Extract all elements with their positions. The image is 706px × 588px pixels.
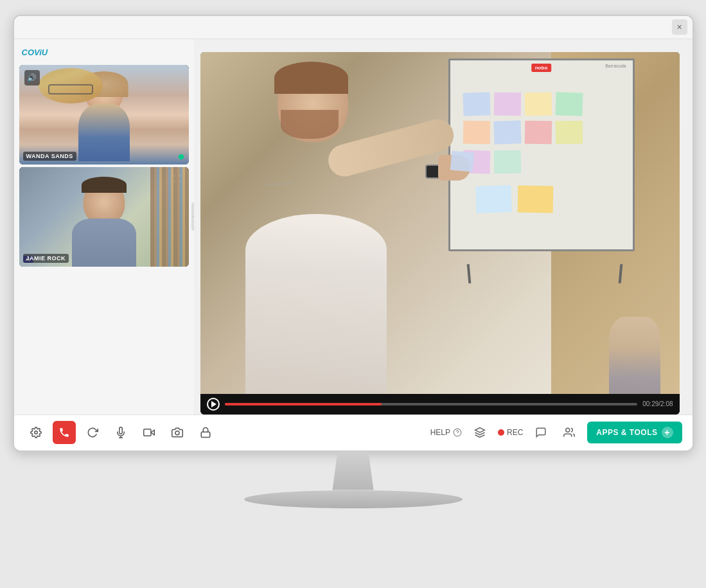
- participant-thumb-jamie[interactable]: AI JAMIE ROCK ⛶: [19, 167, 189, 267]
- chat-icon: [535, 427, 547, 438]
- monitor-stand-neck: [328, 452, 379, 490]
- play-button[interactable]: [207, 398, 220, 411]
- sidebar: COViU: [14, 39, 194, 414]
- sticky-blue-2: [493, 120, 521, 144]
- sync-icon: [87, 427, 98, 438]
- sticky-blue-3: [475, 185, 511, 213]
- whiteboard: nobo Barracuda: [448, 58, 641, 271]
- layers-icon: [474, 427, 486, 438]
- svg-marker-3: [151, 430, 154, 435]
- apps-tools-label: APPS & TOOLS: [596, 428, 657, 437]
- jamie-name-label: JAMIE ROCK: [23, 254, 69, 263]
- sticky-green-2: [493, 150, 521, 174]
- snapshot-icon: [172, 427, 183, 438]
- hangup-button[interactable]: [53, 421, 76, 444]
- audio-icon: 🔊: [24, 70, 40, 85]
- apps-tools-plus-icon: +: [662, 427, 673, 438]
- mic-icon: [115, 427, 127, 438]
- camera-icon: [143, 427, 155, 438]
- monitor-stand-base: [244, 490, 463, 508]
- snapshot-button[interactable]: [166, 421, 189, 444]
- person-figure: coviu.com: [226, 52, 470, 394]
- nobo-brand: nobo: [531, 64, 552, 72]
- progress-bar[interactable]: [225, 403, 638, 405]
- play-icon: [211, 401, 216, 407]
- progress-fill: [225, 403, 382, 405]
- apps-tools-button[interactable]: APPS & TOOLS +: [587, 422, 682, 443]
- wanda-video-feed: [19, 65, 189, 165]
- sticky-pink-1: [493, 92, 521, 116]
- background-person: [609, 317, 660, 394]
- sticky-yellow-3: [517, 185, 553, 213]
- help-button[interactable]: HELP: [430, 428, 462, 437]
- barracuda-label: Barracuda: [605, 64, 626, 68]
- toolbar-right: HELP REC: [430, 422, 682, 443]
- settings-icon: [30, 427, 42, 438]
- participant-thumb-wanda[interactable]: 🔊 WANDA SANDS: [19, 65, 189, 165]
- sticky-red-1: [524, 120, 552, 144]
- settings-button[interactable]: [24, 421, 48, 444]
- close-button[interactable]: ×: [672, 19, 687, 35]
- people-button[interactable]: [559, 422, 579, 443]
- lock-button[interactable]: [194, 421, 217, 444]
- chat-button[interactable]: [531, 422, 551, 443]
- record-button[interactable]: REC: [498, 428, 523, 437]
- video-scene: nobo Barracuda: [200, 52, 680, 394]
- video-controls: 00:29/2:08: [200, 394, 680, 414]
- svg-point-0: [34, 431, 37, 434]
- logo-text: COViU: [22, 48, 48, 57]
- sync-button[interactable]: [81, 421, 104, 444]
- sticky-yellow-2: [555, 120, 583, 144]
- coviiu-logo: COViU: [19, 44, 189, 62]
- help-circle-icon: [453, 428, 462, 437]
- top-bar: ×: [14, 16, 693, 39]
- participant-thumb-wrapper: AI JAMIE ROCK ⛶ ‹ ›: [19, 167, 189, 267]
- jamie-video-feed: [19, 167, 189, 267]
- sticky-green-1: [555, 92, 583, 116]
- video-player[interactable]: nobo Barracuda: [200, 52, 680, 414]
- layers-button[interactable]: [470, 422, 490, 443]
- sticky-yellow-1: [524, 92, 552, 116]
- hangup-icon: [58, 427, 70, 438]
- wanda-name-label: WANDA SANDS: [23, 152, 76, 161]
- rec-dot: [498, 429, 504, 436]
- help-label: HELP: [430, 428, 450, 437]
- lock-icon: [200, 427, 211, 438]
- monitor-screen: × COViU: [13, 15, 694, 452]
- people-icon: [563, 427, 575, 438]
- rec-label: REC: [507, 428, 523, 437]
- mic-button[interactable]: [109, 421, 132, 444]
- svg-rect-6: [201, 432, 210, 437]
- svg-point-5: [175, 431, 179, 435]
- time-display: 00:29/2:08: [642, 400, 673, 407]
- svg-rect-4: [143, 429, 150, 436]
- video-main-area: nobo Barracuda: [194, 39, 693, 414]
- bottom-toolbar: HELP REC: [14, 414, 693, 450]
- svg-point-10: [566, 428, 570, 432]
- wanda-status-dot: [179, 154, 184, 159]
- svg-marker-9: [475, 428, 485, 433]
- camera-button[interactable]: [137, 421, 161, 444]
